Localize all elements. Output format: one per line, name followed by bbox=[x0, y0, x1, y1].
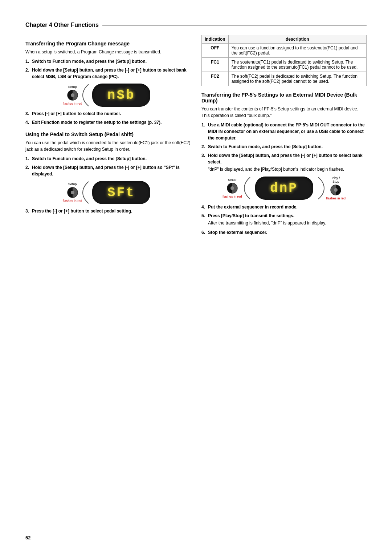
left-column: Transferring the Program Change message … bbox=[25, 35, 191, 239]
step-text: Press [Play/Stop] to transmit the settin… bbox=[208, 213, 294, 218]
setup-btn-icon-dnp bbox=[226, 182, 238, 194]
step-2-1: 1. Switch to Function mode, and press th… bbox=[25, 155, 191, 162]
display-text-nsb: nSb bbox=[107, 88, 135, 103]
flashes-red-label-dnp-left: flashes in red bbox=[222, 195, 242, 198]
step-num: 4. bbox=[25, 119, 29, 126]
flashes-red-label: flashes in red bbox=[63, 102, 82, 105]
display-screen-sft: SFt bbox=[92, 181, 150, 204]
bracket-right-dnp bbox=[318, 177, 325, 200]
section1: Transferring the Program Change message … bbox=[25, 41, 191, 126]
section2-intro: You can use the pedal which is connected… bbox=[25, 139, 191, 153]
step-num: 3. bbox=[25, 208, 29, 214]
col-description: description bbox=[228, 35, 366, 44]
setup-button-nsb: Setup flashes in red bbox=[63, 85, 82, 105]
indication-table-section: Indication description OFF You can use a… bbox=[201, 35, 367, 86]
step-text: Exit Function mode to register the setup… bbox=[32, 120, 162, 125]
chapter-header: Chapter 4 Other Functions bbox=[25, 22, 367, 28]
step-num: 4. bbox=[201, 204, 205, 210]
step-3-1: 1. Use a MIDI cable (optional) to connec… bbox=[201, 122, 367, 141]
step-text: Put the external sequencer in record mod… bbox=[208, 204, 298, 210]
playstop-label: Play /Stop bbox=[332, 176, 340, 183]
step-num: 1. bbox=[201, 122, 205, 128]
step-1-2: 2. Hold down the [Setup] button, and pre… bbox=[25, 67, 191, 80]
step-text: Use a MIDI cable (optional) to connect t… bbox=[208, 122, 365, 141]
step-num: 2. bbox=[25, 67, 29, 73]
step-text: Hold down the [Setup] button, and press … bbox=[32, 68, 187, 79]
page: Chapter 4 Other Functions Transferring t… bbox=[0, 0, 392, 555]
table-row-fc1: FC1 The sostenuto(FC1) pedal is dedicate… bbox=[202, 58, 367, 72]
step-num: 1. bbox=[25, 155, 29, 162]
flashes-red-label-sft: flashes in red bbox=[63, 199, 82, 203]
section1-title: Transferring the Program Change message bbox=[25, 41, 191, 46]
col-indication: Indication bbox=[202, 35, 229, 44]
section1-intro: When a setup is switched, a Program Chan… bbox=[25, 49, 191, 55]
step-text: Stop the external sequencer. bbox=[208, 230, 267, 235]
indication-fc2: FC2 bbox=[202, 72, 229, 86]
display-dnp-figure: Setup flashes in red dnP bbox=[201, 176, 367, 200]
step-1-1: 1. Switch to Function mode, and press th… bbox=[25, 58, 191, 65]
setup-label: Setup bbox=[68, 182, 77, 186]
display-nsb-figure: Setup flashes in red nSb bbox=[25, 84, 191, 107]
step-3-3-sub: "dnP" is displayed, and the [Play/Stop] … bbox=[201, 166, 367, 173]
two-col-layout: Transferring the Program Change message … bbox=[25, 35, 367, 239]
step-3-5: 5. Press [Play/Stop] to transmit the set… bbox=[201, 212, 367, 219]
section2: Using the Pedal to Switch Setup (Pedal s… bbox=[25, 131, 191, 214]
indication-off: OFF bbox=[202, 44, 229, 58]
step-3-4: 4. Put the external sequencer in record … bbox=[201, 204, 367, 210]
step-3-3: 3. Hold down the [Setup] button, and pre… bbox=[201, 152, 367, 165]
step-2-2: 2. Hold down the [Setup] button, and pre… bbox=[25, 164, 191, 177]
section2-title: Using the Pedal to Switch Setup (Pedal s… bbox=[25, 131, 191, 137]
desc-off: You can use a function assigned to the s… bbox=[228, 44, 366, 58]
display-sft-figure: Setup flashes in red SFt bbox=[25, 181, 191, 204]
table-row-off: OFF You can use a function assigned to t… bbox=[202, 44, 367, 58]
page-number: 52 bbox=[25, 535, 30, 540]
desc-fc2: The soft(FC2) pedal is dedicated to swit… bbox=[228, 72, 366, 86]
section3: Transferring the FP-5's Settings to an E… bbox=[201, 92, 367, 236]
indication-fc1: FC1 bbox=[202, 58, 229, 72]
chapter-rule bbox=[102, 25, 367, 25]
bracket-left-sft bbox=[82, 181, 89, 204]
display-text-sft: SFt bbox=[107, 185, 135, 200]
setup-button-sft: Setup flashes in red bbox=[63, 182, 82, 203]
svg-point-5 bbox=[230, 186, 234, 190]
playstop-btn-icon-dnp bbox=[330, 184, 342, 196]
flashes-red-label-dnp-right: flashes in red bbox=[326, 197, 346, 200]
setup-label: Setup bbox=[68, 85, 77, 89]
chapter-title: Chapter 4 Other Functions bbox=[25, 22, 99, 28]
step-num: 3. bbox=[201, 152, 205, 159]
step-num: 6. bbox=[201, 229, 205, 236]
bracket-left bbox=[82, 84, 89, 107]
desc-fc1: The sostenuto(FC1) pedal is dedicated to… bbox=[228, 58, 366, 72]
step-3-5-sub: After the transmitting is finished, "dnP… bbox=[201, 220, 367, 226]
display-text-dnp: dnP bbox=[270, 181, 298, 196]
step-num: 1. bbox=[25, 58, 29, 65]
step-num: 3. bbox=[25, 110, 29, 117]
setup-button-dnp: Setup flashes in red bbox=[222, 178, 242, 198]
step-num: 2. bbox=[25, 164, 29, 171]
setup-label-dnp: Setup bbox=[228, 178, 237, 182]
svg-point-3 bbox=[71, 191, 74, 194]
display-screen-nsb: nSb bbox=[92, 84, 150, 107]
setup-btn-icon bbox=[67, 89, 78, 101]
display-screen-dnp: dnP bbox=[255, 177, 313, 200]
step-text: Hold down the [Setup] button, and press … bbox=[208, 153, 363, 165]
svg-point-1 bbox=[71, 93, 74, 97]
step-1-4: 4. Exit Function mode to register the se… bbox=[25, 119, 191, 126]
setup-btn-icon-sft bbox=[67, 187, 78, 198]
step-text: Switch to Function mode, and press the [… bbox=[32, 156, 147, 161]
svg-point-7 bbox=[334, 188, 338, 192]
step-text: Press the [-] or [+] button to select pe… bbox=[32, 208, 132, 214]
section3-title: Transferring the FP-5's Settings to an E… bbox=[201, 92, 367, 104]
table-row-fc2: FC2 The soft(FC2) pedal is dedicated to … bbox=[202, 72, 367, 86]
step-text: Hold down the [Setup] button, and press … bbox=[32, 165, 180, 177]
right-column: Indication description OFF You can use a… bbox=[201, 35, 367, 239]
step-num: 2. bbox=[201, 143, 205, 150]
step-num: 5. bbox=[201, 212, 205, 219]
step-3-2: 2. Switch to Function mode, and press th… bbox=[201, 143, 367, 150]
indication-table: Indication description OFF You can use a… bbox=[201, 35, 367, 86]
playstop-button-dnp: Play /Stop flashes in red bbox=[326, 176, 346, 200]
step-1-3: 3. Press [-] or [+] button to select the… bbox=[25, 110, 191, 117]
step-3-6: 6. Stop the external sequencer. bbox=[201, 229, 367, 236]
step-2-3: 3. Press the [-] or [+] button to select… bbox=[25, 208, 191, 214]
step-text: Switch to Function mode, and press the [… bbox=[208, 144, 323, 149]
